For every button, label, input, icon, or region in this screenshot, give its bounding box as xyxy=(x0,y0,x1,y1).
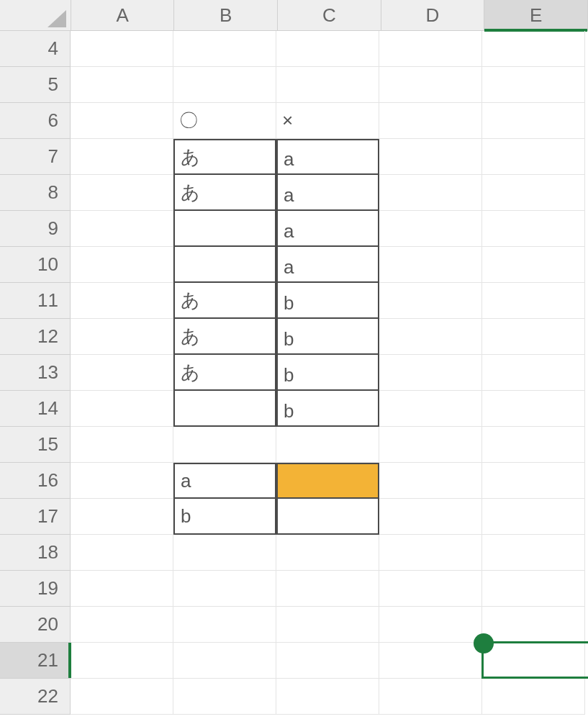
cell-E17[interactable] xyxy=(482,499,585,535)
cell-B22[interactable] xyxy=(173,679,276,715)
cell-C7[interactable]: a xyxy=(276,139,379,175)
cell-D16[interactable] xyxy=(379,463,482,499)
cell-B13[interactable]: あ xyxy=(173,355,276,391)
row-header-14[interactable]: 14 xyxy=(0,391,71,427)
cell-D13[interactable] xyxy=(379,355,482,391)
cell-E8[interactable] xyxy=(482,175,585,211)
row-header-5[interactable]: 5 xyxy=(0,67,71,103)
cell-D14[interactable] xyxy=(379,391,482,427)
cell-C11[interactable]: b xyxy=(276,283,379,319)
column-header-C[interactable]: C xyxy=(278,0,381,30)
cell-A13[interactable] xyxy=(71,355,173,391)
cell-A17[interactable] xyxy=(71,499,173,535)
cell-B18[interactable] xyxy=(173,535,276,571)
row-header-8[interactable]: 8 xyxy=(0,175,71,211)
cell-A18[interactable] xyxy=(71,535,173,571)
cell-E20[interactable] xyxy=(482,607,585,643)
cell-B7[interactable]: あ xyxy=(173,139,276,175)
cell-B8[interactable]: あ xyxy=(173,175,276,211)
cell-A19[interactable] xyxy=(71,571,173,607)
cell-E10[interactable] xyxy=(482,247,585,283)
cell-A15[interactable] xyxy=(71,427,173,463)
cell-D4[interactable] xyxy=(379,31,482,67)
cell-C4[interactable] xyxy=(276,31,379,67)
cell-D20[interactable] xyxy=(379,607,482,643)
cell-D19[interactable] xyxy=(379,571,482,607)
row-header-9[interactable]: 9 xyxy=(0,211,71,247)
cell-E21[interactable] xyxy=(482,643,585,679)
cell-B11[interactable]: あ xyxy=(173,283,276,319)
cell-D22[interactable] xyxy=(379,679,482,715)
cell-A5[interactable] xyxy=(71,67,173,103)
cell-E13[interactable] xyxy=(482,355,585,391)
cell-A7[interactable] xyxy=(71,139,173,175)
cell-A8[interactable] xyxy=(71,175,173,211)
cell-C20[interactable] xyxy=(276,607,379,643)
cell-D7[interactable] xyxy=(379,139,482,175)
row-header-20[interactable]: 20 xyxy=(0,607,71,643)
cell-E16[interactable] xyxy=(482,463,585,499)
cell-E18[interactable] xyxy=(482,535,585,571)
cell-E5[interactable] xyxy=(482,67,585,103)
cell-D8[interactable] xyxy=(379,175,482,211)
cell-D15[interactable] xyxy=(379,427,482,463)
row-header-12[interactable]: 12 xyxy=(0,319,71,355)
row-header-17[interactable]: 17 xyxy=(0,499,71,535)
cell-E19[interactable] xyxy=(482,571,585,607)
cell-C10[interactable]: a xyxy=(276,247,379,283)
cell-E15[interactable] xyxy=(482,427,585,463)
cell-B15[interactable] xyxy=(173,427,276,463)
cell-C18[interactable] xyxy=(276,535,379,571)
cell-D21[interactable] xyxy=(379,643,482,679)
cell-A16[interactable] xyxy=(71,463,173,499)
cell-A4[interactable] xyxy=(71,31,173,67)
cell-D18[interactable] xyxy=(379,535,482,571)
cell-B16[interactable]: a xyxy=(173,463,276,499)
cell-E7[interactable] xyxy=(482,139,585,175)
cell-E12[interactable] xyxy=(482,319,585,355)
cell-C13[interactable]: b xyxy=(276,355,379,391)
cell-E6[interactable] xyxy=(482,103,585,139)
row-header-16[interactable]: 16 xyxy=(0,463,71,499)
row-header-4[interactable]: 4 xyxy=(0,31,71,67)
cell-C6[interactable]: × xyxy=(276,103,379,139)
spreadsheet-grid[interactable]: ABCDE 456〇×7あa8あa9a10a11あb12あb13あb14b151… xyxy=(0,0,588,719)
select-all-corner[interactable] xyxy=(0,0,71,30)
row-header-13[interactable]: 13 xyxy=(0,355,71,391)
cell-B9[interactable] xyxy=(173,211,276,247)
row-header-11[interactable]: 11 xyxy=(0,283,71,319)
column-header-B[interactable]: B xyxy=(174,0,278,30)
cell-C15[interactable] xyxy=(276,427,379,463)
cell-B20[interactable] xyxy=(173,607,276,643)
row-header-6[interactable]: 6 xyxy=(0,103,71,139)
cell-C12[interactable]: b xyxy=(276,319,379,355)
cell-B12[interactable]: あ xyxy=(173,319,276,355)
cell-B19[interactable] xyxy=(173,571,276,607)
cell-D5[interactable] xyxy=(379,67,482,103)
cell-A9[interactable] xyxy=(71,211,173,247)
cell-C5[interactable] xyxy=(276,67,379,103)
row-header-18[interactable]: 18 xyxy=(0,535,71,571)
cell-D9[interactable] xyxy=(379,211,482,247)
cell-A11[interactable] xyxy=(71,283,173,319)
cell-A20[interactable] xyxy=(71,607,173,643)
cell-D11[interactable] xyxy=(379,283,482,319)
cell-D10[interactable] xyxy=(379,247,482,283)
cell-B21[interactable] xyxy=(173,643,276,679)
row-header-22[interactable]: 22 xyxy=(0,679,71,715)
cell-E14[interactable] xyxy=(482,391,585,427)
cell-A22[interactable] xyxy=(71,679,173,715)
cell-E9[interactable] xyxy=(482,211,585,247)
cell-A12[interactable] xyxy=(71,319,173,355)
cell-B17[interactable]: b xyxy=(173,499,276,535)
cell-C17[interactable] xyxy=(276,499,379,535)
cell-B10[interactable] xyxy=(173,247,276,283)
cell-B4[interactable] xyxy=(173,31,276,67)
cell-A6[interactable] xyxy=(71,103,173,139)
cell-A14[interactable] xyxy=(71,391,173,427)
cell-C22[interactable] xyxy=(276,679,379,715)
cell-B6[interactable]: 〇 xyxy=(173,103,276,139)
row-header-10[interactable]: 10 xyxy=(0,247,71,283)
column-header-A[interactable]: A xyxy=(71,0,175,30)
column-header-D[interactable]: D xyxy=(381,0,485,30)
